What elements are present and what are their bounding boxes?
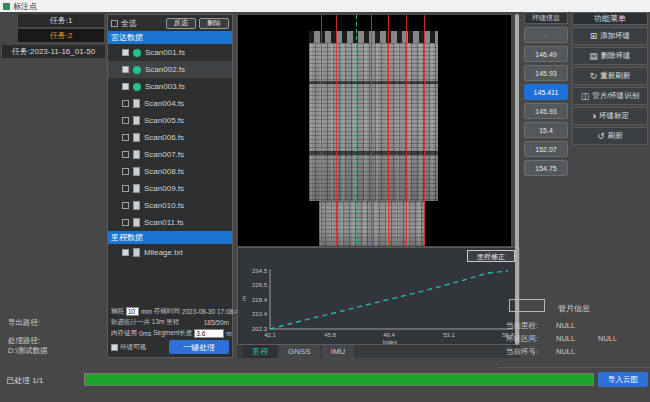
import-pointcloud-button[interactable]: 导入云图 <box>598 372 648 387</box>
file-name: Scan010.fs <box>144 201 184 210</box>
scan-file-row[interactable]: Scan011.fs <box>108 214 232 231</box>
menu-item-label: 删除环缝 <box>601 51 631 61</box>
seam-value-button[interactable]: 145.93 <box>524 65 568 81</box>
task-item-1[interactable]: 任务:1 <box>18 14 104 27</box>
dark-seam-stripe <box>309 81 438 84</box>
seam-value-button[interactable]: 152.07 <box>524 141 568 157</box>
file-name: Scan006.fs <box>144 133 184 142</box>
seam-marker-line <box>424 15 425 247</box>
file-icon <box>133 99 140 108</box>
file-checkbox[interactable] <box>122 49 129 56</box>
scan-file-row[interactable]: Scan010.fs <box>108 197 232 214</box>
delete-seam-button[interactable]: 删除环缝 <box>572 47 648 65</box>
seam-list-header: 环缝信息 <box>524 12 568 24</box>
mileage-curve <box>270 271 508 329</box>
segment-info-row: 当前环号: NULL <box>506 347 650 357</box>
seam-value-button[interactable]: 154.75 <box>524 160 568 176</box>
seam-value-button[interactable]: 145.93 <box>524 103 568 119</box>
function-menu: 功能菜单 添加环缝 删除环缝 重新刷新 管片/环缝识别 环缝标定 刷新 <box>572 12 648 145</box>
seam-visible-label: 环缝可视 <box>120 343 146 352</box>
tab-imu[interactable]: IMU <box>322 345 355 358</box>
segment-recognize-button[interactable]: 管片/环缝识别 <box>572 87 648 105</box>
task-item-3[interactable]: 任务:2023-11-16_01-50 <box>2 45 105 58</box>
file-checkbox[interactable] <box>122 66 129 73</box>
delete-seam-icon <box>589 52 598 61</box>
seam-range-value2: NULL <box>598 334 617 344</box>
seam-calibrate-icon <box>591 112 596 121</box>
tab-gnss[interactable]: GNSS <box>279 345 320 358</box>
menu-item-label: 刷新 <box>608 131 623 141</box>
memory-label: 内存使用 <box>111 329 137 338</box>
select-all-label: 全选 <box>121 18 137 29</box>
svg-text:45.8: 45.8 <box>324 332 336 338</box>
file-checkbox[interactable] <box>122 134 129 141</box>
bottom-tab-bar: 里程 GNSS IMU <box>237 345 520 358</box>
file-name: Mileage.txt <box>144 248 183 257</box>
file-icon <box>133 184 140 193</box>
file-checkbox[interactable] <box>122 100 129 107</box>
radar-image-canvas[interactable] <box>237 14 512 247</box>
seam-calibrate-button[interactable]: 环缝标定 <box>572 107 648 125</box>
file-checkbox[interactable] <box>122 185 129 192</box>
file-checkbox[interactable] <box>122 202 129 209</box>
tab-mileage[interactable]: 里程 <box>243 345 277 358</box>
function-menu-header: 功能菜单 <box>572 12 648 25</box>
refresh-button[interactable]: 刷新 <box>572 127 648 145</box>
file-checkbox[interactable] <box>122 219 129 226</box>
scan-file-row[interactable]: Scan008.fs <box>108 163 232 180</box>
delete-button[interactable]: 删除 <box>199 18 229 29</box>
seam-value-button[interactable]: · <box>524 27 568 43</box>
segment-length-input[interactable] <box>194 329 224 338</box>
seam-value-button[interactable]: 146.49 <box>524 46 568 62</box>
file-checkbox[interactable] <box>122 117 129 124</box>
file-name: Scan003.fs <box>145 82 185 91</box>
dark-seam-stripe <box>309 151 438 155</box>
scan-file-row[interactable]: Scan005.fs <box>108 112 232 129</box>
memory-value: 0ms <box>139 330 151 337</box>
blank-field <box>509 299 545 312</box>
file-name: Scan005.fs <box>144 116 184 125</box>
scan-file-row[interactable]: Scan004.fs <box>108 95 232 112</box>
seam-range-value1: NULL <box>552 334 598 344</box>
title-bar: 标注点 <box>0 0 650 12</box>
scan-file-row[interactable]: Scan007.fs <box>108 146 232 163</box>
scan-file-row[interactable]: Scan003.fs <box>108 78 232 95</box>
segment-recognize-icon <box>581 92 590 101</box>
progress-bar-fill <box>85 374 593 385</box>
scan-file-row[interactable]: Scan001.fs <box>108 44 232 61</box>
chart-ylabel: m <box>241 296 247 301</box>
file-checkbox[interactable] <box>122 249 129 256</box>
seam-visible-checkbox[interactable] <box>111 344 118 351</box>
file-checkbox[interactable] <box>122 151 129 158</box>
track-summary-label: 轨迹统计一共 13m 里程 <box>111 318 179 327</box>
file-name: Scan009.fs <box>144 184 184 193</box>
track-summary-value: 185/50m <box>204 319 229 326</box>
file-name: Scan004.fs <box>144 99 184 108</box>
axle-unit: mm <box>141 308 152 315</box>
seam-value-button-selected[interactable]: 145.411 <box>524 84 568 100</box>
scan-file-row[interactable]: Scan009.fs <box>108 180 232 197</box>
file-checkbox[interactable] <box>122 168 129 175</box>
invert-selection-button[interactable]: 反选 <box>166 18 196 29</box>
mileage-line-chart: 202.3 210.4 218.4 226.5 234.5 42.1 45.8 … <box>238 259 521 345</box>
app-icon <box>3 3 10 10</box>
svg-text:226.5: 226.5 <box>252 282 268 288</box>
mileage-file-row[interactable]: Mileage.txt <box>108 244 232 261</box>
axle-input[interactable] <box>126 307 139 316</box>
one-click-process-button[interactable]: 一键处理 <box>169 340 229 354</box>
file-checkbox[interactable] <box>122 83 129 90</box>
storage-time-label: 存储时间 <box>154 307 180 316</box>
scan-file-row[interactable]: Scan006.fs <box>108 129 232 146</box>
seam-range-label: 环缝区间: <box>506 334 552 344</box>
file-toolbar: 全选 反选 删除 <box>108 15 232 31</box>
radar-scan-band <box>309 31 438 201</box>
storage-time-value: 2023-08-30 17:08:44 <box>182 308 242 315</box>
add-seam-button[interactable]: 添加环缝 <box>572 27 648 45</box>
axle-label: 轴距 <box>111 307 124 316</box>
scan-file-row[interactable]: Scan002.fs <box>108 61 232 78</box>
mileage-data-section-header: 里程数据 <box>108 231 232 244</box>
task-item-2-active[interactable]: 任务:2 <box>18 29 104 42</box>
select-all-checkbox[interactable] <box>111 20 118 27</box>
refresh-view-button[interactable]: 重新刷新 <box>572 67 648 85</box>
seam-value-button[interactable]: 15.4 <box>524 122 568 138</box>
